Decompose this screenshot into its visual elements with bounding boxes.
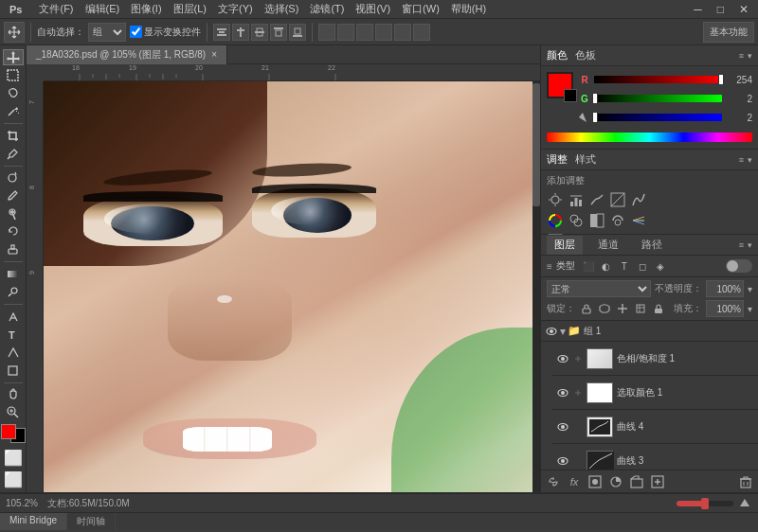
h-tick-18: 18 — [72, 64, 80, 71]
ruler-vertical: 7 8 9 — [27, 81, 44, 492]
progress-bar — [677, 501, 733, 506]
h-ruler-ticks — [44, 74, 540, 81]
v-tick-7: 7 — [28, 100, 35, 104]
main-layout: T ⬜ ⬜ _18A0326.psd @ 105% (图层 1, RGB/8) — [0, 45, 758, 492]
ruler-corner — [27, 64, 44, 81]
h-tick-22: 22 — [328, 64, 335, 71]
v-tick-8: 8 — [28, 186, 35, 189]
right-panel: 颜色 色板 ≡ ▾ R — [540, 45, 758, 492]
v-tick-9: 9 — [28, 271, 35, 275]
h-tick-19: 19 — [129, 64, 136, 71]
progress-thumb[interactable] — [701, 498, 709, 509]
h-tick-20: 20 — [195, 64, 203, 71]
layers-panel: 图层 通道 路径 ≡ ▾ ≡ 类型 ⬛ ◐ T — [541, 235, 758, 492]
h-tick-21: 21 — [262, 64, 269, 71]
layers-list: 📁 组 1 色相/饱和度 1 — [541, 321, 758, 470]
ruler-horizontal: 18 19 20 21 22 — [44, 64, 540, 81]
